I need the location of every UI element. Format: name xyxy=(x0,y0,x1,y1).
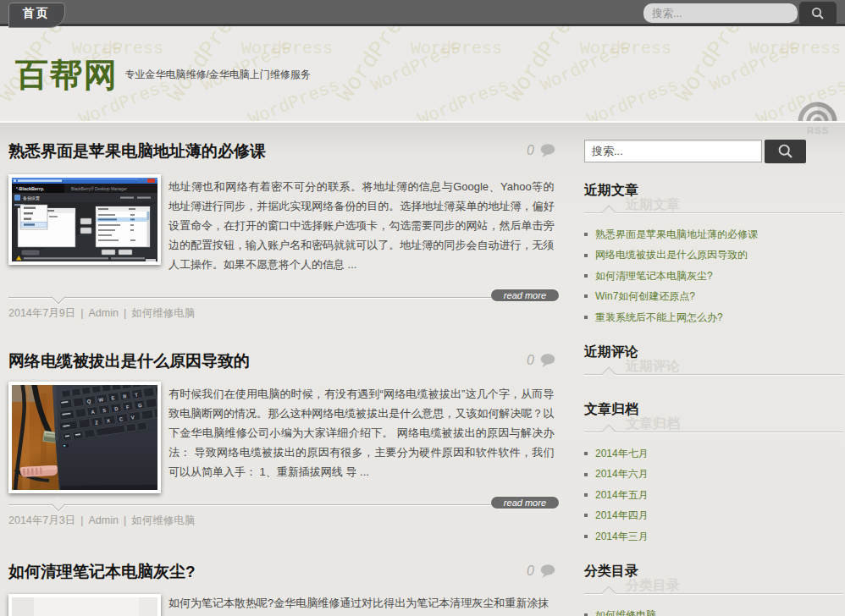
post-comments[interactable]: 0 xyxy=(527,144,555,158)
svg-text:V: V xyxy=(130,415,135,421)
read-more-button[interactable]: read more xyxy=(491,289,559,301)
categories-list: 如何维修电脑 xyxy=(584,605,842,616)
widget-title: 文章归档 xyxy=(584,401,842,418)
bullet-icon xyxy=(584,452,588,455)
recent-post-link[interactable]: 熟悉界面是苹果电脑地址薄的必修课 xyxy=(595,224,758,245)
widget-divider xyxy=(584,593,842,594)
laptop-cleaning-image xyxy=(12,597,157,616)
category-link[interactable]: 如何维修电脑 xyxy=(595,605,656,616)
read-more-button[interactable]: read more xyxy=(491,497,559,509)
list-item: 2014年七月 xyxy=(584,443,842,464)
wordpress-watermark-text: WordPress xyxy=(72,39,163,58)
wordpress-watermark-text: WordPress xyxy=(749,39,841,58)
post-date: 2014年7月3日 xyxy=(8,514,75,526)
site-header: WordPressWordPressWordPressWordPressWord… xyxy=(0,26,845,121)
wordpress-watermark-text: WordPress xyxy=(411,39,502,58)
post-title[interactable]: 网络电缆被拔出是什么原因导致的 xyxy=(8,351,250,371)
archives-list: 2014年七月 2014年六月 2014年五月 2014年四月 2014年三月 xyxy=(584,443,842,547)
widget-recent-comments: 近期评论 近期评论 xyxy=(584,341,842,375)
svg-text:BlackBerry® Desktop Manager: BlackBerry® Desktop Manager xyxy=(71,186,127,191)
svg-text:备份设置: 备份设置 xyxy=(23,195,40,201)
svg-text:E: E xyxy=(111,395,115,401)
wordpress-watermark-text: WordPress xyxy=(333,26,424,107)
topbar-search-button[interactable] xyxy=(799,2,837,25)
site-title[interactable]: 百帮网 xyxy=(15,57,119,94)
post-thumbnail[interactable]: QWERT ASDFG ZXCV xyxy=(8,382,161,493)
widget-title: 近期文章 xyxy=(584,182,842,199)
post-comments[interactable]: 0 xyxy=(527,564,555,579)
wordpress-watermark-text: WordPress xyxy=(368,37,464,96)
post-comments[interactable]: 0 xyxy=(527,354,555,368)
sidebar-search-input[interactable] xyxy=(584,140,762,162)
sidebar: 近期文章 近期文章 熟悉界面是苹果电脑地址薄的必修课 网络电缆被拔出是什么原因导… xyxy=(584,121,842,616)
archive-link[interactable]: 2014年四月 xyxy=(595,505,649,525)
blackberry-desktop-manager-image: ²·BlackBerry. BlackBerry® Desktop Manage… xyxy=(12,178,157,261)
divider-notch xyxy=(602,586,616,601)
post-author-link[interactable]: Admin xyxy=(88,514,118,526)
list-item: 重装系统后不能上网怎么办? xyxy=(584,307,842,327)
widget-divider xyxy=(584,432,842,432)
wordpress-watermark-text: WordPress xyxy=(241,39,333,58)
svg-text:S: S xyxy=(102,408,107,414)
search-icon xyxy=(811,7,825,20)
recent-post-link[interactable]: Win7如何创建还原点? xyxy=(595,286,695,306)
list-item: 2014年五月 xyxy=(584,485,842,505)
recent-post-link[interactable]: 如何清理笔记本电脑灰尘? xyxy=(595,266,713,286)
comment-bubble-icon xyxy=(540,354,555,368)
bullet-icon xyxy=(584,493,588,497)
post-excerpt: 如何为笔记本散热呢?金华电脑维修通过对比得出为笔记本清理灰尘和重新涂抹 xyxy=(168,593,555,613)
nav-home-label: 首页 xyxy=(23,6,50,21)
recent-post-link[interactable]: 网络电缆被拔出是什么原因导致的 xyxy=(595,245,748,265)
list-item: 熟悉界面是苹果电脑地址薄的必修课 xyxy=(584,224,842,245)
topbar-search-input[interactable] xyxy=(643,3,798,23)
nav-home-tab[interactable]: 首页 xyxy=(8,3,65,28)
sidebar-search-button[interactable] xyxy=(765,140,806,163)
wordpress-watermark-text: WordPress xyxy=(502,26,594,107)
post-title[interactable]: 如何清理笔记本电脑灰尘? xyxy=(8,562,196,582)
archive-link[interactable]: 2014年五月 xyxy=(595,485,649,505)
widget-title: 分类目录 xyxy=(584,563,842,580)
recent-post-link[interactable]: 重装系统后不能上网怎么办? xyxy=(595,307,723,327)
divider-notch xyxy=(602,425,616,439)
post-excerpt: 地址簿也和网络有着密不可分的联系。将地址簿的信息与Google、Yahoo等的地… xyxy=(168,177,555,274)
post-divider: read more xyxy=(8,297,559,298)
post-title[interactable]: 熟悉界面是苹果电脑地址薄的必修课 xyxy=(8,141,266,162)
rss-icon[interactable] xyxy=(798,102,837,121)
laptop-keyboard-cable-image: QWERT ASDFG ZXCV xyxy=(12,385,157,490)
widget-archives: 文章归档 文章归档 2014年七月 2014年六月 2014年五月 2014年四… xyxy=(584,399,842,547)
bullet-icon xyxy=(584,233,588,236)
post-author-link[interactable]: Admin xyxy=(88,307,118,319)
post-divider: read more xyxy=(8,504,559,505)
topbar: 首页 xyxy=(0,0,845,26)
archive-link[interactable]: 2014年三月 xyxy=(595,526,649,547)
archive-link[interactable]: 2014年六月 xyxy=(595,464,649,484)
sidebar-search xyxy=(584,140,806,163)
post-date: 2014年7月9日 xyxy=(8,307,75,319)
topbar-search xyxy=(643,0,837,26)
bullet-icon xyxy=(584,316,588,319)
divider-notch xyxy=(52,498,66,512)
post-category-link[interactable]: 如何维修电脑 xyxy=(131,307,195,319)
comments-count: 0 xyxy=(527,564,534,578)
list-item: 2014年四月 xyxy=(584,505,842,525)
archive-link[interactable]: 2014年七月 xyxy=(595,443,649,464)
bullet-icon xyxy=(584,473,588,476)
bullet-icon xyxy=(584,274,588,278)
widget-recent-posts: 近期文章 近期文章 熟悉界面是苹果电脑地址薄的必修课 网络电缆被拔出是什么原因导… xyxy=(584,179,842,327)
list-item: 如何维修电脑 xyxy=(584,605,842,616)
post-category-link[interactable]: 如何维修电脑 xyxy=(131,514,195,526)
meta-separator: | xyxy=(80,307,83,319)
meta-separator: | xyxy=(80,514,83,526)
meta-separator: | xyxy=(124,514,126,526)
post-thumbnail[interactable]: ²·BlackBerry. BlackBerry® Desktop Manage… xyxy=(8,174,161,265)
list-item: 2014年六月 xyxy=(584,464,842,484)
wordpress-watermark-text: WordPress xyxy=(671,26,763,107)
post-thumbnail[interactable] xyxy=(8,594,161,616)
bullet-icon xyxy=(584,514,588,517)
wordpress-watermark-text: WordPress xyxy=(580,39,671,58)
divider-notch xyxy=(602,206,616,220)
svg-text:X: X xyxy=(107,418,111,424)
site-branding: 百帮网 专业金华电脑维修/金华电脑上门维修服务 xyxy=(15,57,311,94)
search-icon xyxy=(777,143,794,160)
post-excerpt: 有时候我们在使用电脑的时候，有没有遇到“网络电缆被拔出”这几个字，从而导致电脑断… xyxy=(168,384,555,481)
